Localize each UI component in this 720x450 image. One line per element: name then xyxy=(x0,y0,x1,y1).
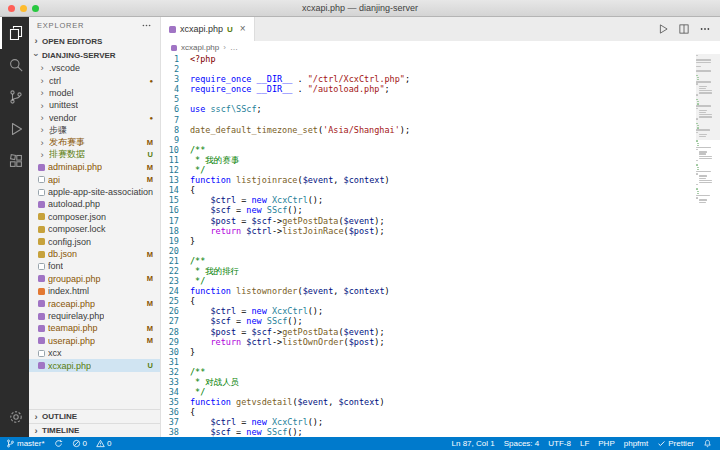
split-button[interactable] xyxy=(678,23,690,35)
more-button[interactable] xyxy=(699,23,711,35)
status-warnings[interactable]: 0 xyxy=(96,439,111,448)
sidebar-title: EXPLORER xyxy=(37,21,84,30)
tree-item-xcxapi.php[interactable]: xcxapi.phpU xyxy=(29,359,160,371)
chevron-right-icon: › xyxy=(223,43,226,52)
status-sync[interactable] xyxy=(54,439,63,448)
chevron-right-icon: › xyxy=(32,412,40,422)
status-prettier-label: Prettier xyxy=(668,439,694,448)
tree-item-api[interactable]: apiM xyxy=(29,174,160,186)
file-label: xcx xyxy=(48,348,62,358)
warning-icon xyxy=(96,439,105,448)
split-icon xyxy=(678,23,690,35)
activity-extensions[interactable] xyxy=(0,145,29,177)
file-label: apple-app-site-association xyxy=(48,187,153,197)
outline-section[interactable]: › OUTLINE xyxy=(29,409,160,423)
breadcrumb-more[interactable]: … xyxy=(230,43,238,52)
activity-run-debug[interactable] xyxy=(0,113,29,145)
window-zoom-button[interactable] xyxy=(32,5,39,12)
file-label: unittest xyxy=(49,100,78,110)
file-icon xyxy=(38,176,45,183)
git-status-badge: M xyxy=(147,250,153,259)
tree-item-autoload.php[interactable]: autoload.php xyxy=(29,198,160,210)
tree-item-composer.lock[interactable]: composer.lock xyxy=(29,223,160,235)
file-label: db.json xyxy=(48,249,77,259)
tree-item-.vscode[interactable]: ›.vscode xyxy=(29,62,160,74)
more-icon xyxy=(699,23,711,35)
breadcrumb-file[interactable]: xcxapi.php xyxy=(181,43,219,52)
activity-search[interactable] xyxy=(0,49,29,81)
chevron-right-icon: › xyxy=(38,63,46,73)
tree-item-model[interactable]: ›model xyxy=(29,87,160,99)
status-phpfmt-label: phpfmt xyxy=(624,439,648,448)
tree-item-teamapi.php[interactable]: teamapi.phpM xyxy=(29,322,160,334)
open-editors-section[interactable]: › OPEN EDITORS xyxy=(29,34,160,48)
window-title: xcxapi.php — dianjing-server xyxy=(302,3,418,13)
php-file-icon xyxy=(38,313,45,320)
timeline-section[interactable]: › TIMELINE xyxy=(29,423,160,437)
tree-item-adminapi.php[interactable]: adminapi.phpM xyxy=(29,161,160,173)
tree-item-unittest[interactable]: ›unittest xyxy=(29,99,160,111)
settings-icon xyxy=(8,409,24,425)
check-icon xyxy=(657,439,666,448)
php-file-icon xyxy=(38,300,45,307)
tree-item-apple-app-site-association[interactable]: apple-app-site-association xyxy=(29,186,160,198)
window-close-button[interactable] xyxy=(8,5,15,12)
status-eol[interactable]: LF xyxy=(580,439,589,448)
tree-item-composer.json[interactable]: composer.json xyxy=(29,211,160,223)
activity-source-control[interactable] xyxy=(0,81,29,113)
breadcrumb[interactable]: xcxapi.php › … xyxy=(161,41,720,54)
window-minimize-button[interactable] xyxy=(20,5,27,12)
more-actions-icon[interactable] xyxy=(141,20,152,31)
minimap[interactable] xyxy=(696,55,714,204)
json-file-icon xyxy=(38,238,45,245)
file-label: font xyxy=(48,261,63,271)
tree-item-font[interactable]: font xyxy=(29,260,160,272)
chevron-right-icon: › xyxy=(38,113,46,123)
git-status-badge: M xyxy=(147,163,153,172)
tree-item-userapi.php[interactable]: userapi.phpM xyxy=(29,335,160,347)
status-encoding[interactable]: UTF-8 xyxy=(548,439,571,448)
file-label: api xyxy=(48,175,60,185)
file-label: 步骤 xyxy=(49,124,67,137)
sync-icon xyxy=(54,439,63,448)
tree-item-ctrl[interactable]: ›ctrl● xyxy=(29,74,160,86)
tab-xcxapi[interactable]: xcxapi.php U × xyxy=(161,17,255,41)
tree-item-groupapi.php[interactable]: groupapi.phpM xyxy=(29,273,160,285)
file-icon xyxy=(38,350,45,357)
git-status-badge: U xyxy=(148,150,153,159)
tree-item-index.html[interactable]: index.html xyxy=(29,285,160,297)
root-folder-section[interactable]: › DIANJING-SERVER xyxy=(29,48,160,62)
file-label: composer.lock xyxy=(48,224,106,234)
activity-settings[interactable] xyxy=(0,401,29,433)
tree-item-raceapi.php[interactable]: raceapi.phpM xyxy=(29,297,160,309)
status-phpfmt[interactable]: phpfmt xyxy=(624,439,648,448)
json-file-icon xyxy=(38,213,45,220)
status-errors[interactable]: 0 xyxy=(72,439,87,448)
file-icon xyxy=(38,189,45,196)
tree-item-xcx[interactable]: xcx xyxy=(29,347,160,359)
status-prettier[interactable]: Prettier xyxy=(657,439,694,448)
chevron-right-icon: › xyxy=(38,101,46,111)
tree-item-步骤[interactable]: ›步骤 xyxy=(29,124,160,136)
source-control-icon xyxy=(8,89,24,105)
tree-item-db.json[interactable]: db.jsonM xyxy=(29,248,160,260)
status-indentation[interactable]: Spaces: 4 xyxy=(504,439,540,448)
status-notifications[interactable] xyxy=(703,439,712,448)
tree-item-发布赛事[interactable]: ›发布赛事M xyxy=(29,136,160,148)
tab-bar: xcxapi.php U × xyxy=(161,17,720,41)
chevron-right-icon: › xyxy=(38,125,46,135)
close-tab-icon[interactable]: × xyxy=(240,24,246,34)
tree-item-requirelay.php[interactable]: requirelay.php xyxy=(29,310,160,322)
git-status-badge: U xyxy=(148,361,153,370)
status-git-branch[interactable]: master* xyxy=(6,439,45,448)
tree-item-config.json[interactable]: config.json xyxy=(29,235,160,247)
status-cursor-position[interactable]: Ln 87, Col 1 xyxy=(452,439,495,448)
html-file-icon xyxy=(38,288,45,295)
code-lines[interactable]: <?php require_once __DIR__ . "/ctrl/XcxC… xyxy=(185,54,720,437)
file-label: composer.json xyxy=(48,212,106,222)
status-language-mode[interactable]: PHP xyxy=(598,439,614,448)
run-button[interactable] xyxy=(657,23,669,35)
tree-item-vendor[interactable]: ›vendor● xyxy=(29,112,160,124)
activity-explorer[interactable] xyxy=(0,17,29,49)
tree-item-排赛数据[interactable]: ›排赛数据U xyxy=(29,149,160,161)
